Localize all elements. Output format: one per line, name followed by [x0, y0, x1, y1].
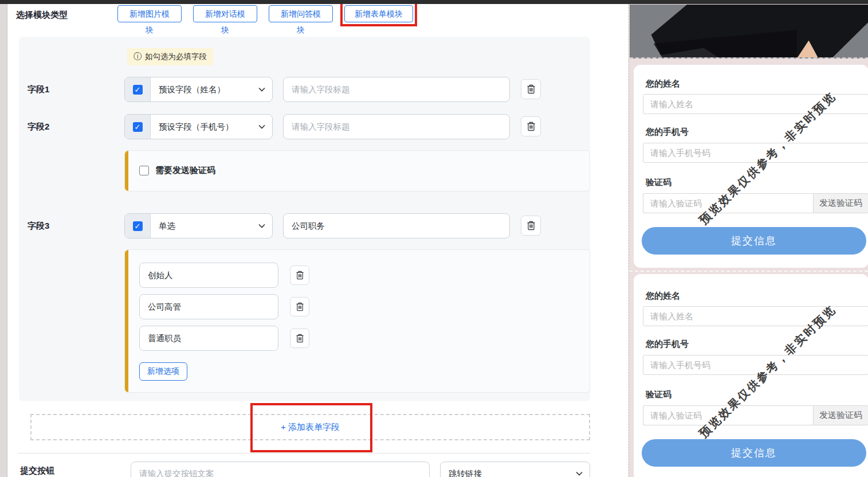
send-code-checkbox[interactable]: [139, 166, 149, 175]
field3-title-input[interactable]: [283, 213, 510, 238]
preview-submit-button[interactable]: 提交信息: [642, 439, 866, 467]
field2-options-panel: 需要发送验证码: [124, 150, 590, 191]
send-code-button[interactable]: 发送验证码: [813, 193, 868, 213]
section-divider: [17, 453, 590, 453]
field1-required-checkbox-wrap: ✓: [125, 77, 151, 101]
chevron-down-icon: [258, 124, 265, 129]
field3-type-value: 单选: [159, 221, 175, 232]
field1-title-input[interactable]: [283, 77, 510, 102]
option2-delete-button[interactable]: [290, 297, 309, 316]
preview-code-label: 验证码: [646, 389, 671, 400]
send-code-checkbox-label: 需要发送验证码: [155, 165, 215, 176]
trash-icon: [296, 302, 304, 311]
preview-phone-label: 您的手机号: [646, 339, 689, 350]
window-top-bar: [0, 0, 868, 4]
preview-form-card-2: 您的姓名 您的手机号 验证码 发送验证码 提交信息 预览效果仅供参考，非实时预览: [634, 274, 868, 477]
preview-phone-input[interactable]: [643, 355, 868, 375]
panel-accent-bar: [125, 250, 128, 392]
module-type-label: 选择模块类型: [16, 10, 68, 21]
preview-panel: 您的姓名 您的手机号 验证码 发送验证码 提交信息 预览效果仅供参考，非实时预览…: [629, 4, 868, 477]
field1-type-select[interactable]: ✓ 预设字段（姓名）: [124, 77, 273, 102]
trash-icon: [527, 122, 536, 131]
add-qa-module-button[interactable]: 新增问答模块: [269, 5, 333, 22]
form-builder-card: ⓘ 如勾选为必填字段 字段1 ✓ 预设字段（姓名） 字段2 ✓ 预设字段（手机号…: [19, 37, 590, 401]
submit-button-text-input[interactable]: [131, 462, 430, 477]
submit-button-row-label: 提交按钮: [20, 466, 54, 476]
add-form-field-label: + 添加表单字段: [281, 422, 340, 433]
preview-code-row: 发送验证码: [643, 405, 868, 425]
chevron-down-icon: [258, 224, 265, 228]
field3-options-panel: 新增选项: [124, 249, 590, 393]
trash-icon: [527, 84, 536, 94]
send-code-button[interactable]: 发送验证码: [813, 405, 868, 425]
info-icon: ⓘ: [133, 52, 142, 62]
preview-name-label: 您的姓名: [646, 79, 680, 89]
trash-icon: [527, 221, 536, 230]
field3-required-checkbox[interactable]: ✓: [133, 221, 143, 231]
field2-type-value: 预设字段（手机号）: [159, 122, 234, 132]
field3-type-select[interactable]: ✓ 单选: [124, 213, 273, 238]
preview-code-input[interactable]: [643, 405, 813, 425]
field1-delete-button[interactable]: [521, 79, 541, 99]
field2-title-input[interactable]: [283, 114, 510, 139]
field1-type-value: 预设字段（姓名）: [159, 84, 225, 95]
chevron-down-icon: [576, 471, 583, 476]
preview-form-card-1: 您的姓名 您的手机号 验证码 发送验证码 提交信息 预览效果仅供参考，非实时预览: [634, 65, 868, 268]
preview-phone-input[interactable]: [643, 143, 868, 163]
field2-required-checkbox[interactable]: ✓: [133, 122, 143, 132]
option-input-3[interactable]: [139, 326, 278, 351]
notice-text: 如勾选为必填字段: [145, 52, 207, 62]
field3-delete-button[interactable]: [521, 216, 541, 236]
field2-label: 字段2: [28, 122, 49, 132]
preview-submit-button[interactable]: 提交信息: [642, 227, 866, 255]
field3-label: 字段3: [28, 221, 49, 232]
panel-accent-bar: [125, 151, 128, 191]
chevron-down-icon: [258, 87, 265, 92]
jump-link-select[interactable]: 跳转链接: [440, 462, 590, 477]
option3-delete-button[interactable]: [290, 329, 309, 348]
field3-required-checkbox-wrap: ✓: [125, 214, 151, 238]
field2-delete-button[interactable]: [521, 116, 541, 136]
field2-required-checkbox-wrap: ✓: [125, 115, 151, 139]
preview-image-module: [630, 5, 868, 58]
trash-icon: [296, 334, 304, 343]
form-module-editor-page: 选择模块类型 新增图片模块 新增对话模块 新增问答模块 新增表单模块 ⓘ 如勾选…: [0, 0, 868, 477]
add-form-module-button[interactable]: 新增表单模块: [344, 5, 413, 22]
jump-link-value: 跳转链接: [449, 468, 482, 477]
preview-code-row: 发送验证码: [643, 193, 868, 213]
left-gutter: [0, 4, 7, 477]
add-dialog-module-button[interactable]: 新增对话模块: [193, 5, 257, 22]
module-separator-dashed: [629, 271, 868, 272]
trash-icon: [296, 271, 304, 280]
preview-code-input[interactable]: [643, 193, 813, 213]
preview-phone-label: 您的手机号: [646, 127, 689, 138]
preview-name-input[interactable]: [643, 94, 868, 114]
field1-required-checkbox[interactable]: ✓: [133, 85, 143, 95]
field2-type-select[interactable]: ✓ 预设字段（手机号）: [124, 114, 273, 139]
required-field-notice: ⓘ 如勾选为必填字段: [127, 48, 213, 65]
option1-delete-button[interactable]: [290, 265, 309, 285]
add-form-field-button[interactable]: + 添加表单字段: [30, 414, 590, 440]
option-input-1[interactable]: [139, 263, 278, 288]
option-input-2[interactable]: [139, 294, 278, 319]
add-image-module-button[interactable]: 新增图片模块: [117, 5, 182, 22]
preview-code-label: 验证码: [646, 177, 671, 188]
add-option-button[interactable]: 新增选项: [139, 362, 187, 381]
preview-name-input[interactable]: [643, 306, 868, 326]
preview-name-label: 您的姓名: [646, 291, 680, 302]
field1-label: 字段1: [28, 84, 49, 95]
